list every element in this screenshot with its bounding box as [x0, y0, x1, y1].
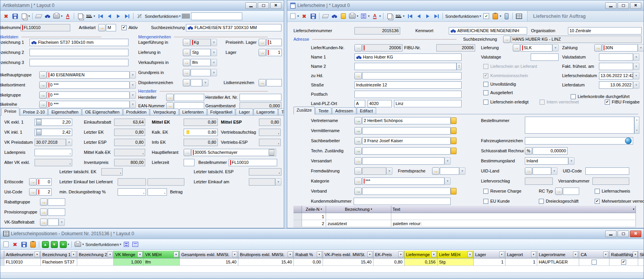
- percent-icon[interactable]: %: [525, 147, 532, 155]
- save-icon[interactable]: [309, 12, 317, 20]
- sql-icon[interactable]: SQL: [85, 12, 93, 20]
- text-column-header[interactable]: Text▾: [391, 206, 636, 213]
- lieferzeit-field[interactable]: [184, 159, 194, 166]
- bezeichnung-cell[interactable]: zusatztext: [326, 220, 391, 227]
- print-icon[interactable]: [74, 241, 82, 248]
- new-icon[interactable]: [289, 12, 297, 20]
- fakt-fruehest-field[interactable]: [599, 63, 633, 70]
- text-cell[interactable]: [391, 213, 636, 220]
- lieferung-in-field[interactable]: Stg: [191, 49, 211, 56]
- uid-land-dropdown-icon[interactable]: [551, 167, 557, 175]
- col-liefermenge[interactable]: Liefermenge▾: [404, 251, 437, 258]
- row-selector[interactable]: [293, 220, 302, 227]
- delete-icon[interactable]: ✖: [11, 241, 19, 248]
- kategorie-dropdown-icon[interactable]: [444, 177, 451, 185]
- fremdwaehrung-dropdown-icon[interactable]: [386, 167, 392, 175]
- verkaufspreis-in-lookup-icon[interactable]: [183, 59, 190, 66]
- tab-preise[interactable]: Preise: [1, 108, 19, 115]
- font-dropdown-icon[interactable]: ▾: [379, 14, 381, 18]
- lagerfuehrung-dropdown-icon[interactable]: [211, 39, 217, 46]
- cell-lagerortname[interactable]: HAUPTLAGER: [537, 258, 579, 266]
- techn-zustaendig-lookup-icon[interactable]: [354, 147, 362, 155]
- cell-lagerort[interactable]: 1: [505, 258, 537, 266]
- cell-bezeichnung2[interactable]: [77, 258, 114, 266]
- lieferschein-fuer-auftrag-tab[interactable]: Lieferschein für Auftrag: [527, 11, 644, 21]
- liefer-kunden-nr-field[interactable]: 20006: [362, 44, 403, 52]
- notes-icon[interactable]: [451, 188, 457, 195]
- phone-icon[interactable]: [503, 12, 510, 20]
- pages-icon[interactable]: [386, 12, 393, 20]
- spinner-icon[interactable]: ▴▾: [457, 63, 462, 70]
- delete-icon[interactable]: ✖: [2, 12, 10, 20]
- postfach-field[interactable]: [354, 91, 462, 98]
- hersteller-field[interactable]: [174, 94, 204, 101]
- vk-preisdatum-dropdown-icon[interactable]: [66, 139, 72, 146]
- cell-rabatt[interactable]: 0,00: [294, 258, 323, 266]
- ort-field[interactable]: Linz: [394, 100, 462, 107]
- versandart-lookup-icon[interactable]: [354, 157, 362, 165]
- tab-eigenschaften[interactable]: Eigenschaften: [48, 108, 82, 115]
- valutatage-field[interactable]: [531, 53, 559, 61]
- font-icon[interactable]: A: [371, 12, 378, 20]
- ust-code-field[interactable]: 2: [37, 188, 52, 196]
- col-bezeichnung2[interactable]: Bezeichnung 2▾: [77, 251, 114, 258]
- lagerfuehrung-field[interactable]: Kg: [191, 39, 211, 46]
- kategorie-lookup-icon[interactable]: [354, 177, 362, 185]
- cell-ca[interactable]: [579, 258, 609, 266]
- fremdsprache-dropdown-icon[interactable]: [459, 167, 465, 175]
- sonderfunktionen-menu[interactable]: Sonderfunktionen: [85, 242, 119, 247]
- bezeichnung2-field[interactable]: [30, 49, 128, 56]
- eraser-icon[interactable]: [35, 12, 42, 20]
- tab-preise-2-10[interactable]: Preise 2-10: [20, 108, 48, 115]
- font-icon[interactable]: A: [64, 12, 71, 20]
- zeile-cell[interactable]: 1: [302, 213, 326, 220]
- next-record-icon[interactable]: [424, 12, 431, 20]
- provisionsgruppe-field[interactable]: [48, 208, 65, 216]
- tab-lager[interactable]: Lager: [236, 108, 253, 115]
- reverse-charge-checkbox[interactable]: [483, 189, 488, 194]
- grid-icon[interactable]: [515, 12, 522, 20]
- fremdwaehrung-lookup-icon[interactable]: [354, 167, 362, 175]
- artikelsortiment-dropdown-icon[interactable]: [130, 81, 136, 89]
- notes-icon[interactable]: [451, 148, 457, 154]
- cell-vk-preis[interactable]: 15,40: [323, 258, 373, 266]
- col-gesamtpreis[interactable]: Gesamtpreis exkl. MWSt.▾: [180, 251, 238, 258]
- eraser-icon[interactable]: [322, 12, 329, 20]
- uid-land-field[interactable]: [533, 167, 551, 175]
- cell-liefermenge[interactable]: 0,156: [404, 258, 437, 266]
- verkaufspreis-in-field[interactable]: lfm: [191, 59, 211, 66]
- first-record-icon[interactable]: [406, 12, 413, 20]
- artikelhauptgruppe-dropdown-icon[interactable]: [130, 71, 136, 79]
- list-icon[interactable]: [360, 12, 367, 20]
- move-up-icon[interactable]: ▲: [42, 241, 49, 248]
- schlussrabatt-field[interactable]: 0,00000: [533, 147, 568, 155]
- dispokennzeichen-dropdown-icon[interactable]: [202, 79, 208, 86]
- sql-dropdown-icon[interactable]: ▾: [94, 14, 95, 18]
- tab-verpackung[interactable]: Verpackung: [150, 108, 179, 115]
- dreiecksgeschaeft-checkbox[interactable]: [539, 199, 544, 204]
- close-button[interactable]: ✖: [270, 2, 281, 9]
- tab-lieferanten[interactable]: Lieferanten: [179, 108, 207, 115]
- hersteller-lookup-icon[interactable]: [166, 94, 174, 101]
- zeile-column-header[interactable]: Zeile-N▾: [302, 206, 326, 213]
- tab-lagerorte[interactable]: Lagerorte: [253, 108, 278, 115]
- artikelhauptgruppe-lookup-icon[interactable]: [39, 71, 47, 79]
- artikelgruppe-dropdown-icon[interactable]: [130, 91, 136, 99]
- hauptlieferant-field[interactable]: 30005 Schachermayer: [191, 149, 276, 156]
- sonderfunktionen-dropdown-icon[interactable]: ▾: [479, 14, 481, 18]
- tab-produktion[interactable]: Produktion: [123, 108, 150, 115]
- vk-exkl-field[interactable]: 2,20: [35, 119, 72, 126]
- save-icon[interactable]: [20, 241, 28, 248]
- suchbezeichnung-field[interactable]: FLACHEISEN ST37 100X10 MM: [186, 24, 281, 31]
- cell-liefer-meh[interactable]: Stg: [437, 258, 474, 266]
- next-record-icon[interactable]: [115, 12, 122, 20]
- move-down-icon[interactable]: ▼: [50, 241, 58, 248]
- dispokennzeichen-field[interactable]: [191, 79, 202, 86]
- sonderfunktionen-dropdown-icon[interactable]: ▾: [120, 243, 121, 246]
- vermittlername-lookup-icon[interactable]: [354, 127, 362, 134]
- grundpreis-in-field[interactable]: [191, 69, 211, 76]
- binoculars-icon[interactable]: [187, 26, 193, 30]
- col-ca[interactable]: CA▾: [579, 251, 609, 258]
- zeile-cell[interactable]: 2: [302, 220, 326, 227]
- plz-field[interactable]: 4020: [368, 100, 392, 107]
